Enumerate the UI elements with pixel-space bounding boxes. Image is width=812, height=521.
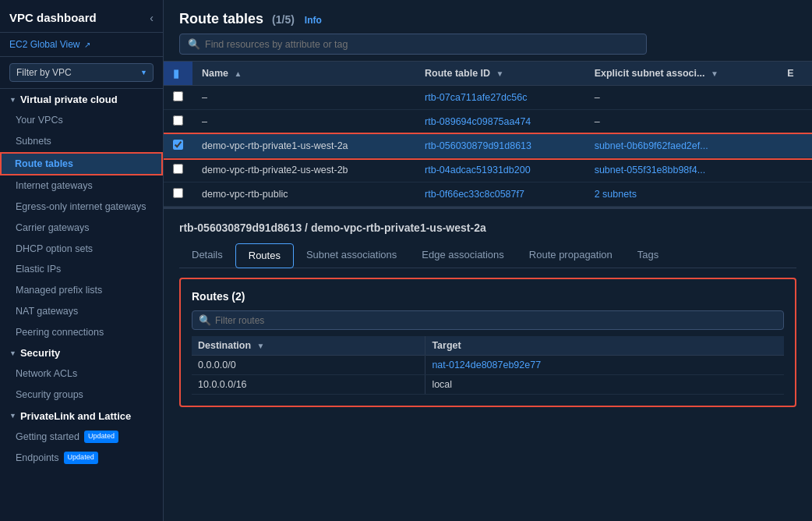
row-checkbox-cell[interactable] (164, 86, 192, 110)
info-link[interactable]: Info (305, 15, 322, 26)
row-checkbox-cell[interactable] (164, 158, 192, 183)
routes-table-row[interactable]: 0.0.0.0/0 nat-0124de8087eb92e77 (192, 356, 784, 375)
routes-table: Destination ▼ Target 0.0.0.0/0 (192, 336, 784, 395)
collapse-icon[interactable]: ‹ (150, 12, 154, 24)
routes-target-1: nat-0124de8087eb92e77 (425, 356, 784, 375)
row-name: demo-vpc-rtb-private2-us-west-2b (192, 158, 415, 183)
vpc-section-title: Virtual private cloud (20, 94, 118, 105)
ec2-global-view-link[interactable]: EC2 Global View ↗ (0, 33, 163, 57)
col-header-explicit-subnet[interactable]: Explicit subnet associ... ▼ (585, 62, 778, 86)
routes-col-destination[interactable]: Destination ▼ (192, 336, 425, 356)
table-row[interactable]: – rtb-07ca711afe27dc56c – (164, 86, 812, 110)
route-tables-header: Route tables (1/5) Info 🔍 (164, 0, 812, 62)
row-rtid: rtb-04adcac51931db200 (415, 158, 585, 183)
sidebar-item-egress-only[interactable]: Egress-only internet gateways (0, 197, 163, 218)
routes-target-link-1[interactable]: nat-0124de8087eb92e77 (432, 360, 541, 370)
row-name: – (192, 110, 415, 134)
sidebar-item-dhcp-option-sets[interactable]: DHCP option sets (0, 239, 163, 260)
table-row[interactable]: demo-vpc-rtb-public rtb-0f66ec33c8c0587f… (164, 183, 812, 207)
sidebar-item-endpoints[interactable]: Endpoints Updated (0, 448, 163, 469)
tab-details[interactable]: Details (179, 243, 235, 268)
row-extra (778, 158, 812, 183)
row-subnet: 2 subnets (585, 183, 778, 207)
route-tables-table-wrapper: ▮ Name ▲ Route table ID ▼ Explicit subne… (164, 62, 812, 207)
sidebar-item-network-acls[interactable]: Network ACLs (0, 363, 163, 385)
rtid-sort-icon: ▼ (496, 69, 504, 78)
name-sort-icon: ▲ (235, 69, 242, 78)
sidebar-item-internet-gateways[interactable]: Internet gateways (0, 175, 163, 197)
sidebar-item-elastic-ips[interactable]: Elastic IPs (0, 259, 163, 280)
sidebar-item-peering-connections[interactable]: Peering connections (0, 322, 163, 343)
sidebar-item-your-vpcs[interactable]: Your VPCs (0, 110, 163, 131)
tab-tags[interactable]: Tags (625, 243, 671, 268)
row-extra (778, 134, 812, 158)
security-section-title: Security (20, 347, 60, 359)
sidebar-title: VPC dashboard (9, 11, 97, 24)
row-checkbox[interactable] (173, 115, 183, 126)
tab-edge-associations[interactable]: Edge associations (409, 243, 517, 268)
security-section-arrow-icon: ▼ (9, 349, 16, 357)
rtid-link[interactable]: rtb-089694c09875aa474 (425, 116, 531, 127)
privatelink-section-toggle[interactable]: ▼ PrivateLink and Lattice (0, 406, 163, 427)
security-section-toggle[interactable]: ▼ Security (0, 342, 163, 363)
select-all-header[interactable]: ▮ (164, 62, 192, 86)
table-row[interactable]: – rtb-089694c09875aa474 – (164, 110, 812, 134)
destination-sort-icon: ▼ (257, 342, 265, 350)
subnet-link[interactable]: subnet-0b6b9f62faed2ef... (595, 140, 708, 151)
routes-box: Routes (2) 🔍 Destination ▼ Target (179, 278, 796, 407)
col-header-name[interactable]: Name ▲ (192, 62, 415, 86)
routes-target-2: local (425, 375, 784, 395)
routes-search-bar: 🔍 (192, 310, 784, 330)
rtid-link[interactable]: rtb-07ca711afe27dc56c (425, 92, 527, 103)
sidebar-item-getting-started[interactable]: Getting started Updated (0, 427, 163, 448)
rtid-link[interactable]: rtb-0f66ec33c8c0587f7 (425, 189, 524, 200)
col-header-route-table-id[interactable]: Route table ID ▼ (415, 62, 585, 86)
row-checkbox-cell[interactable] (164, 134, 192, 158)
sidebar-item-carrier-gateways[interactable]: Carrier gateways (0, 218, 163, 239)
row-name: – (192, 86, 415, 110)
sidebar-item-route-tables[interactable]: Route tables (0, 152, 163, 176)
rtid-link[interactable]: rtb-056030879d91d8613 (425, 140, 531, 151)
privatelink-section-title: PrivateLink and Lattice (20, 410, 131, 422)
table-row[interactable]: demo-vpc-rtb-private2-us-west-2b rtb-04a… (164, 158, 812, 183)
sidebar-item-managed-prefix-lists[interactable]: Managed prefix lists (0, 280, 163, 301)
tab-subnet-associations[interactable]: Subnet associations (294, 243, 409, 268)
sidebar-item-security-groups[interactable]: Security groups (0, 385, 163, 406)
route-tables-count: (1/5) (272, 13, 295, 26)
search-input[interactable] (205, 39, 638, 50)
route-tables-table: ▮ Name ▲ Route table ID ▼ Explicit subne… (164, 62, 812, 207)
table-row[interactable]: demo-vpc-rtb-private1-us-west-2a rtb-056… (164, 134, 812, 158)
row-checkbox-cell[interactable] (164, 110, 192, 134)
detail-tabs: Details Routes Subnet associations Edge … (179, 243, 796, 268)
subnet-link[interactable]: 2 subnets (595, 189, 637, 200)
row-extra (778, 86, 812, 110)
rtid-link[interactable]: rtb-04adcac51931db200 (425, 165, 531, 175)
routes-col-target: Target (425, 336, 784, 356)
row-checkbox[interactable] (173, 164, 183, 174)
row-extra (778, 110, 812, 134)
subnet-sort-icon: ▼ (711, 69, 718, 78)
sidebar-item-nat-gateways[interactable]: NAT gateways (0, 301, 163, 322)
ec2-global-view-label: EC2 Global View (9, 39, 80, 50)
subnet-link[interactable]: subnet-055f31e8bb98f4... (595, 165, 705, 175)
tab-routes[interactable]: Routes (235, 243, 294, 268)
main-content: Route tables (1/5) Info 🔍 ▮ Name ▲ (164, 0, 812, 521)
sidebar-header: VPC dashboard ‹ (0, 0, 163, 33)
sidebar-item-subnets[interactable]: Subnets (0, 131, 163, 152)
row-checkbox[interactable] (173, 91, 183, 101)
endpoints-badge: Updated (64, 452, 98, 464)
routes-search-input[interactable] (215, 315, 777, 326)
row-checkbox[interactable] (173, 188, 183, 198)
sidebar: VPC dashboard ‹ EC2 Global View ↗ Filter… (0, 0, 164, 521)
row-checkbox[interactable] (173, 140, 183, 150)
route-tables-title: Route tables (1/5) Info (179, 11, 796, 27)
detail-title: rtb-056030879d91d8613 / demo-vpc-rtb-pri… (179, 222, 796, 234)
routes-table-row[interactable]: 10.0.0.0/16 local (192, 375, 784, 395)
tab-route-propagation[interactable]: Route propagation (517, 243, 625, 268)
row-checkbox-cell[interactable] (164, 183, 192, 207)
row-name: demo-vpc-rtb-public (192, 183, 415, 207)
col-header-extra: E (778, 62, 812, 86)
filter-vpc-select[interactable]: Filter by VPC (9, 63, 154, 82)
vpc-section-toggle[interactable]: ▼ Virtual private cloud (0, 89, 163, 110)
row-rtid: rtb-07ca711afe27dc56c (415, 86, 585, 110)
